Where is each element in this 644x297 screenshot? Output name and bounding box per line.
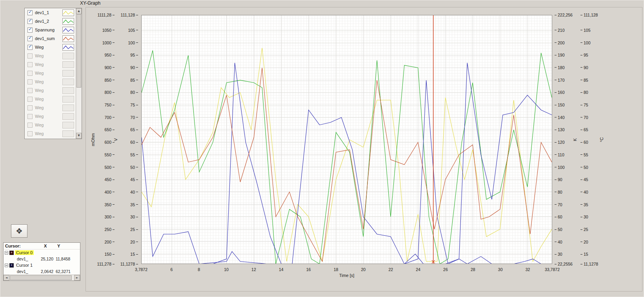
- cursor-plot-row[interactable]: dev1_ 25,120 11,8458: [4, 256, 80, 262]
- collapse-icon[interactable]: [5, 264, 8, 267]
- legend-item-label: Weg: [35, 53, 44, 58]
- y-axis-celsius[interactable]: 111,128105100959085807570656055504540353…: [580, 15, 600, 264]
- legend-item[interactable]: Weg: [25, 112, 76, 121]
- line-style-sample[interactable]: [62, 53, 74, 59]
- legend-scroll-up-button[interactable]: ▲: [76, 8, 82, 14]
- cursor-x-value: 25,120: [41, 257, 56, 261]
- axis-tick: 10: [224, 267, 229, 272]
- check-icon: ✓: [28, 9, 32, 15]
- legend-item[interactable]: Weg: [25, 60, 76, 69]
- legend-item[interactable]: Weg: [25, 121, 76, 129]
- cursor-scrollbar-track[interactable]: [9, 275, 74, 280]
- line-style-sample[interactable]: [62, 27, 74, 33]
- legend-item[interactable]: ✓ dev1_sum: [25, 34, 76, 43]
- legend-item[interactable]: ✓ dev1_1: [25, 8, 76, 17]
- line-style-sample[interactable]: [62, 44, 74, 51]
- legend-item[interactable]: Weg: [25, 103, 76, 112]
- line-style-sample[interactable]: [62, 35, 74, 42]
- line-style-sample[interactable]: [62, 9, 74, 16]
- plot-area[interactable]: [141, 15, 552, 264]
- graph-palette-button[interactable]: ❖: [11, 224, 27, 238]
- cursor-scrollbar-thumb[interactable]: [10, 275, 72, 280]
- axis-tick: 750: [104, 103, 115, 107]
- collapse-icon[interactable]: [5, 251, 8, 255]
- checkbox[interactable]: [27, 88, 33, 93]
- line-style-sample[interactable]: [62, 104, 74, 111]
- cursor-name[interactable]: Cursor 1: [15, 263, 34, 268]
- legend-scroll-down-button[interactable]: ▼: [76, 133, 82, 139]
- checkbox[interactable]: [27, 105, 33, 110]
- y-axis-mohm[interactable]: 1111,28105010009509008508007507006506005…: [96, 15, 115, 264]
- legend-item[interactable]: Weg: [25, 51, 76, 60]
- line-style-sample[interactable]: [62, 113, 74, 120]
- checkbox[interactable]: [27, 53, 33, 59]
- line-style-sample[interactable]: [62, 96, 74, 103]
- cursor-name[interactable]: Cursor 0: [15, 250, 34, 255]
- cursor-row[interactable]: + Cursor 1: [4, 262, 80, 268]
- legend-item-label: dev1_1: [35, 10, 49, 15]
- axis-tick: 40: [580, 190, 588, 194]
- cursor-table-header: Cursor: X Y: [4, 243, 80, 249]
- cursor-scroll-right-button[interactable]: ►: [74, 275, 80, 280]
- line-style-sample[interactable]: [62, 122, 74, 128]
- line-style-sample[interactable]: [62, 70, 74, 77]
- checkbox[interactable]: [27, 71, 33, 76]
- axis-tick: 8: [198, 267, 200, 272]
- axis-tick: 70: [130, 115, 138, 120]
- checkbox[interactable]: ✓: [27, 10, 33, 15]
- cursor-scroll-left-button[interactable]: ◄: [4, 275, 9, 280]
- legend-item[interactable]: ✓ Spannung: [25, 26, 76, 34]
- legend-item[interactable]: Weg: [25, 129, 76, 138]
- line-style-sample[interactable]: [62, 18, 74, 25]
- y-axis-v[interactable]: 111,128105100959085807570656055504540353…: [118, 15, 139, 264]
- axis-tick: 12: [251, 267, 256, 272]
- y-axis-label-mohm[interactable]: mOhm: [90, 124, 96, 156]
- axis-tick: 90: [555, 177, 562, 182]
- axis-tick: 28: [471, 267, 475, 272]
- axis-tick: 30: [555, 252, 562, 257]
- axis-tick: 190: [555, 53, 565, 57]
- legend-item[interactable]: Weg: [25, 86, 76, 95]
- cursor-color-icon: +: [9, 251, 14, 255]
- checkbox[interactable]: ✓: [27, 19, 33, 24]
- legend-scrollbar-track[interactable]: [76, 14, 82, 133]
- axis-tick: 350: [104, 202, 115, 207]
- legend-item[interactable]: ✓ Weg: [25, 43, 76, 51]
- axis-tick: 140: [555, 115, 565, 120]
- legend-scrollbar[interactable]: ▲ ▼: [76, 8, 82, 139]
- axis-tick: 45: [130, 177, 138, 182]
- line-style-sample[interactable]: [62, 79, 74, 85]
- line-style-sample[interactable]: [62, 87, 74, 94]
- checkbox[interactable]: [27, 97, 33, 102]
- cursor-y-value: 62,3271: [56, 269, 78, 274]
- axis-tick: 30: [580, 214, 588, 219]
- axis-tick: 600: [104, 140, 115, 145]
- line-style-sample[interactable]: [62, 130, 74, 137]
- axis-tick: 150: [104, 252, 115, 257]
- y-axis-k[interactable]: 222,256210200190180170160150140130120110…: [554, 15, 574, 264]
- x-axis[interactable]: 3,78726810121416182022242628303233,7872: [141, 267, 552, 272]
- cursor-row[interactable]: + Cursor 0: [4, 249, 80, 256]
- line-style-sample[interactable]: [62, 61, 74, 68]
- checkbox[interactable]: [27, 123, 33, 128]
- cursor-rows: + Cursor 0 dev1_ 25,120 11,8458 + Cursor…: [4, 249, 80, 275]
- checkbox[interactable]: [27, 114, 33, 119]
- checkbox[interactable]: ✓: [27, 28, 33, 33]
- axis-tick: 11,1278: [580, 262, 598, 266]
- axis-tick: 90: [130, 65, 138, 70]
- legend-item[interactable]: Weg: [25, 77, 76, 86]
- checkbox[interactable]: ✓: [27, 36, 33, 41]
- axis-tick: 15: [580, 252, 588, 257]
- cursor-panel-scrollbar[interactable]: ◄ ►: [4, 275, 80, 280]
- checkbox[interactable]: ✓: [27, 45, 33, 50]
- legend-item[interactable]: Weg: [25, 95, 76, 103]
- legend-item[interactable]: Weg: [25, 69, 76, 77]
- legend-item[interactable]: ✓ dev1_2: [25, 17, 76, 26]
- cursor-color-icon: +: [9, 263, 14, 268]
- axis-tick: 55: [130, 152, 138, 157]
- legend-scrollbar-thumb[interactable]: [76, 14, 81, 88]
- cursor-plot-row[interactable]: dev1_ 2,0642 62,3271: [4, 268, 80, 275]
- checkbox[interactable]: [27, 62, 33, 67]
- checkbox[interactable]: [27, 131, 33, 136]
- checkbox[interactable]: [27, 79, 33, 84]
